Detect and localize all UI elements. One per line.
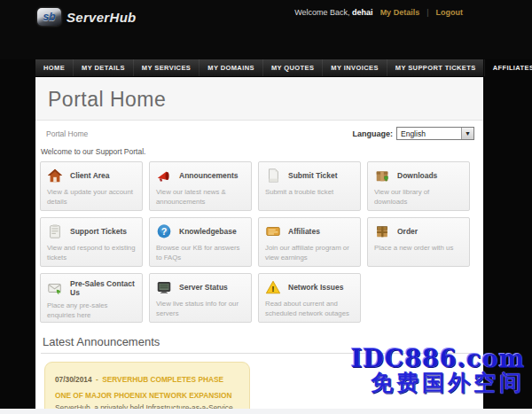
nav-tab-my-services[interactable]: MY SERVICES — [134, 59, 200, 76]
serverhub-logo[interactable]: sb ServerHub — [37, 8, 137, 26]
portal-box-description: View our library of downloads — [374, 188, 463, 207]
portal-box-client-area[interactable]: Client Area View & update your account d… — [40, 161, 143, 211]
portal-box-grid: Client Area View & update your account d… — [35, 160, 483, 328]
header-divider: | — [426, 8, 428, 17]
serverhub-logo-text: ServerHub — [66, 10, 137, 25]
portal-box-announcements[interactable]: Announcements View our latest news & ann… — [149, 161, 252, 211]
portal-box-title[interactable]: Downloads — [397, 171, 437, 180]
nav-tab-affiliates[interactable]: AFFILIATES — [485, 59, 532, 76]
portal-box-title[interactable]: Submit Ticket — [288, 171, 338, 180]
portal-box-description: Place any pre-sales enquiries here — [47, 301, 136, 320]
nav-tab-my-quotes[interactable]: MY QUOTES — [263, 59, 323, 76]
welcome-prefix: Welcome Back, — [294, 8, 349, 17]
logout-link[interactable]: Logout — [436, 8, 464, 17]
portal-box-description: View and respond to existing tickets — [47, 244, 136, 262]
username: dehai — [352, 8, 373, 17]
portal-box-presales-contact[interactable]: Pre-Sales Contact Us Place any pre-sales… — [40, 273, 143, 323]
portal-box-title[interactable]: Server Status — [179, 283, 228, 292]
language-select[interactable]: English ▼ — [396, 127, 474, 140]
ticket-note-icon — [47, 223, 63, 239]
house-icon — [47, 168, 63, 184]
question-circle-icon: ? — [156, 223, 172, 239]
portal-box-title[interactable]: Pre-Sales Contact Us — [70, 279, 136, 297]
portal-box-description: Browse our KB for answers to FAQs — [156, 244, 245, 262]
portal-box-knowledgebase[interactable]: ? Knowledgebase Browse our KB for answer… — [149, 217, 252, 267]
nav-tab-my-support-tickets[interactable]: MY SUPPORT TICKETS — [387, 59, 485, 76]
announcement-date: 07/30/2014 — [55, 375, 92, 384]
announcement-separator: - — [96, 375, 98, 384]
document-icon — [265, 168, 281, 184]
portal-box-affiliates[interactable]: Affiliates Join our affiliate program or… — [258, 217, 361, 267]
my-details-link[interactable]: My Details — [380, 8, 420, 17]
svg-text:?: ? — [161, 226, 168, 237]
portal-box-description: View our latest news & announcements — [156, 188, 245, 207]
portal-box-network-issues[interactable]: ! Network Issues Read about current and … — [258, 273, 361, 323]
portal-box-title[interactable]: Client Area — [70, 171, 110, 180]
portal-box-support-tickets[interactable]: Support Tickets View and respond to exis… — [40, 217, 143, 267]
svg-text:!: ! — [271, 284, 274, 293]
banknote-icon — [265, 223, 281, 239]
top-header: sb ServerHub Welcome Back, dehai My Deta… — [0, 0, 532, 59]
content-area: Portal Home Portal Home Language: Englis… — [35, 77, 483, 414]
latest-announcements-heading: Latest Announcements — [41, 332, 474, 354]
warning-triangle-icon: ! — [265, 279, 281, 295]
portal-box-title[interactable]: Knowledgebase — [179, 227, 237, 236]
breadcrumb[interactable]: Portal Home — [46, 129, 88, 138]
envelope-icon — [47, 280, 63, 296]
portal-box-title[interactable]: Order — [397, 227, 418, 236]
package-icon — [374, 223, 390, 239]
portal-box-description: Submit a trouble ticket — [265, 188, 354, 198]
latest-announcements-section: Latest Announcements 07/30/2014 - SERVER… — [35, 328, 483, 414]
dropdown-arrow-icon[interactable]: ▼ — [461, 128, 473, 139]
language-label: Language: — [352, 129, 393, 138]
portal-box-downloads[interactable]: Downloads View our library of downloads — [367, 161, 470, 211]
portal-box-description: Read about current and scheduled network… — [265, 300, 354, 318]
nav-tab-my-details[interactable]: MY DETAILS — [74, 59, 134, 76]
main-wrapper: HOME MY DETAILS MY SERVICES MY DOMAINS M… — [35, 59, 483, 414]
portal-box-description: Join our affiliate program or view earni… — [265, 244, 354, 262]
portal-box-description: View & update your account details — [47, 188, 136, 207]
language-area: Language: English ▼ — [352, 127, 474, 140]
nav-tab-home[interactable]: HOME — [35, 59, 74, 76]
main-navbar: HOME MY DETAILS MY SERVICES MY DOMAINS M… — [35, 59, 483, 77]
megaphone-icon — [156, 168, 172, 184]
welcome-text: Welcome Back, dehai — [294, 8, 372, 17]
portal-box-title[interactable]: Announcements — [179, 171, 239, 180]
portal-box-description: Place a new order with us — [374, 244, 463, 254]
nav-tab-my-invoices[interactable]: MY INVOICES — [323, 59, 387, 76]
language-selected-value: English — [397, 129, 426, 138]
serverhub-logo-icon: sb — [37, 8, 61, 26]
nav-tab-my-domains[interactable]: MY DOMAINS — [200, 59, 263, 76]
download-box-icon — [374, 168, 390, 184]
portal-box-submit-ticket[interactable]: Submit Ticket Submit a trouble ticket — [258, 161, 361, 211]
title-band: Portal Home — [35, 77, 483, 121]
support-portal-welcome: Welcome to our Support Portal. — [35, 143, 483, 160]
portal-box-description: View live status info for our servers — [156, 300, 245, 318]
portal-box-server-status[interactable]: Server Status View live status info for … — [149, 273, 252, 323]
header-links: Welcome Back, dehai My Details | Logout — [294, 8, 463, 17]
portal-box-title[interactable]: Affiliates — [288, 227, 320, 236]
announcement-item: 07/30/2014 - SERVERHUB COMPLETES PHASE O… — [44, 362, 250, 414]
breadcrumb-row: Portal Home Language: English ▼ — [35, 121, 483, 143]
page-background: sb ServerHub Welcome Back, dehai My Deta… — [0, 0, 532, 414]
portal-box-title[interactable]: Support Tickets — [70, 227, 127, 236]
portal-box-order[interactable]: Order Place a new order with us — [367, 217, 470, 267]
server-monitor-icon — [156, 279, 172, 295]
bottom-strip — [0, 409, 532, 414]
portal-box-title[interactable]: Network Issues — [288, 283, 343, 292]
page-title: Portal Home — [48, 88, 471, 112]
